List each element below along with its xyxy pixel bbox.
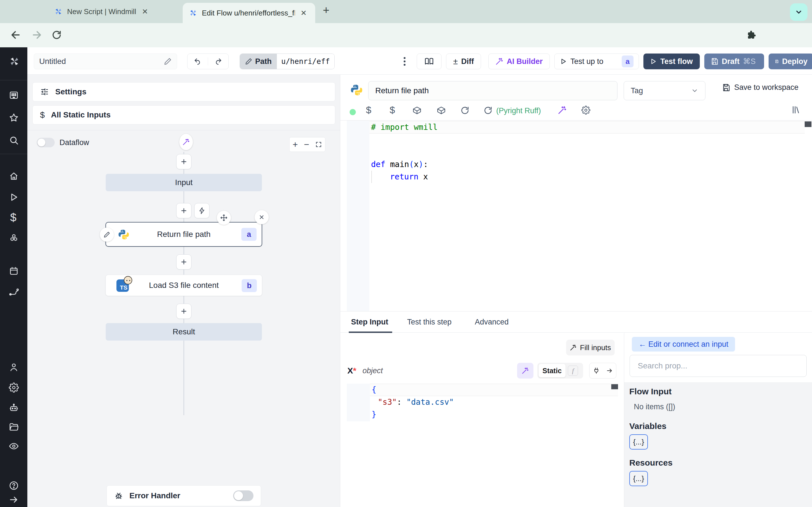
step-node-a[interactable]: Return file path a [105,222,262,247]
more-options-icon[interactable] [400,55,410,68]
step-node-b[interactable]: TS Load S3 file content b [105,275,262,296]
ai-builder-button[interactable]: AI Builder [488,54,550,69]
reload-icon[interactable] [483,106,493,115]
deploy-button[interactable]: Deploy [769,54,812,69]
variable-picker-icon[interactable]: $ [366,105,371,115]
save-to-workspace-button[interactable]: Save to workspace [722,83,799,92]
editor-settings-gear-icon[interactable] [581,106,591,115]
insert-step-button[interactable] [176,203,192,218]
static-mode-pill[interactable]: Static [539,364,566,378]
json-input-editor[interactable]: { "s3": "data.csv" } [347,384,618,421]
home-icon[interactable] [9,171,19,181]
delete-step-button[interactable] [255,210,269,224]
magic-wand-icon[interactable] [558,106,567,115]
resources-cubes-icon[interactable] [9,233,19,243]
new-tab-button[interactable]: + [323,4,329,17]
search-prop-input[interactable]: Search prop... [629,355,807,377]
diff-button[interactable]: ± Diff [446,54,481,69]
lint-status[interactable]: (Pyright Ruff) [496,107,541,115]
help-icon[interactable] [9,481,19,491]
insert-trigger-button[interactable] [194,203,209,218]
plug-icon[interactable] [593,367,600,374]
flow-ai-wand-button[interactable] [179,134,193,150]
fit-view-icon[interactable] [315,141,322,148]
browser-tab-inactive[interactable]: New Script | Windmill ✕ [48,0,155,23]
test-up-to-step-badge[interactable]: a [622,55,633,67]
javascript-expr-button[interactable]: f [568,365,578,376]
variables-dollar-icon[interactable]: $ [10,211,16,224]
code-line-comment[interactable]: # import wmill [371,121,438,133]
variables-object-button[interactable]: {...} [629,434,648,450]
test-up-to-button[interactable]: Test up to a [554,54,639,69]
browser-tab-active[interactable]: Edit Flow u/henri/effortless_fl ✕ [183,3,315,23]
code-line-def[interactable]: def main(x): [371,158,428,171]
resources-object-button[interactable]: {...} [629,471,648,486]
schedules-calendar-icon[interactable] [9,266,19,276]
library-icon[interactable] [791,105,801,115]
tab-test-this-step[interactable]: Test this step [407,318,452,327]
package-icon[interactable] [412,106,422,115]
json-line-2[interactable]: "s3": "data.csv" [378,396,454,408]
code-editor[interactable]: # import wmill def main(x): return x [340,120,812,311]
runs-play-icon[interactable] [9,192,19,202]
undo-button[interactable] [188,57,208,65]
path-button-group[interactable]: Path u/henri/eff [240,54,335,69]
tab-close-icon[interactable]: ✕ [299,9,308,17]
windmill-logo[interactable] [9,56,20,67]
json-line-3[interactable]: } [371,408,376,421]
insert-step-button[interactable] [176,255,192,270]
routes-icon[interactable] [9,287,19,297]
error-handler-card[interactable]: Error Handler [107,485,261,506]
step-name-input[interactable]: Return file path [368,81,617,100]
json-line-1[interactable]: { [371,384,376,396]
code-line-return[interactable]: return x [390,171,428,183]
input-node[interactable]: Input [106,174,262,191]
arg-ai-wand-button[interactable] [517,363,534,379]
search-icon[interactable] [9,135,19,145]
fill-inputs-button[interactable]: Fill inputs [566,340,615,355]
zoom-in-button[interactable]: + [293,139,298,150]
arrow-right-icon[interactable] [606,367,613,374]
apps-icon[interactable] [9,90,19,100]
scrollbar-thumb[interactable] [805,121,811,127]
edit-step-button[interactable] [100,228,114,242]
redo-button[interactable] [208,57,229,65]
folders-icon[interactable] [9,422,19,432]
test-flow-button[interactable]: Test flow [644,54,700,69]
draft-button[interactable]: Draft ⌘S [704,54,764,69]
star-icon[interactable] [9,113,19,123]
settings-card[interactable]: Settings [33,82,335,101]
flow-graph-canvas[interactable]: Dataflow + − Input [28,130,340,507]
tab-close-icon[interactable]: ✕ [141,7,149,16]
edit-pencil-icon[interactable] [164,57,172,65]
insert-step-button[interactable] [176,154,192,169]
docs-button[interactable] [417,54,442,69]
tab-search-button[interactable] [790,3,808,21]
package-icon[interactable] [437,106,446,115]
error-handler-toggle[interactable] [233,490,253,501]
path-button[interactable]: Path [240,54,277,69]
audit-eye-icon[interactable] [9,441,19,451]
zoom-out-button[interactable]: − [304,139,309,150]
workers-robot-icon[interactable] [9,403,19,413]
expand-rail-arrow-icon[interactable] [9,495,19,505]
forward-icon[interactable] [31,29,42,41]
move-step-button[interactable] [217,211,231,225]
tag-select[interactable]: Tag [624,81,705,100]
settings-gear-icon[interactable] [9,383,19,393]
users-icon[interactable] [9,362,19,372]
all-static-inputs-card[interactable]: $ All Static Inputs [33,105,335,124]
back-icon[interactable] [10,29,21,41]
dataflow-toggle[interactable] [37,138,55,147]
scrollbar-thumb[interactable] [611,384,618,389]
resource-picker-icon[interactable]: $ [390,105,395,115]
extensions-icon[interactable] [746,30,756,41]
insert-step-button[interactable] [176,304,192,319]
reload-icon[interactable] [460,106,470,115]
tab-advanced[interactable]: Advanced [475,318,509,327]
path-value[interactable]: u/henri/eff [277,54,335,69]
result-node[interactable]: Result [106,323,262,341]
flow-name-field[interactable]: Untitled [34,54,177,69]
tab-step-input[interactable]: Step Input [351,318,388,327]
edit-or-connect-button[interactable]: ← Edit or connect an input [632,337,735,351]
